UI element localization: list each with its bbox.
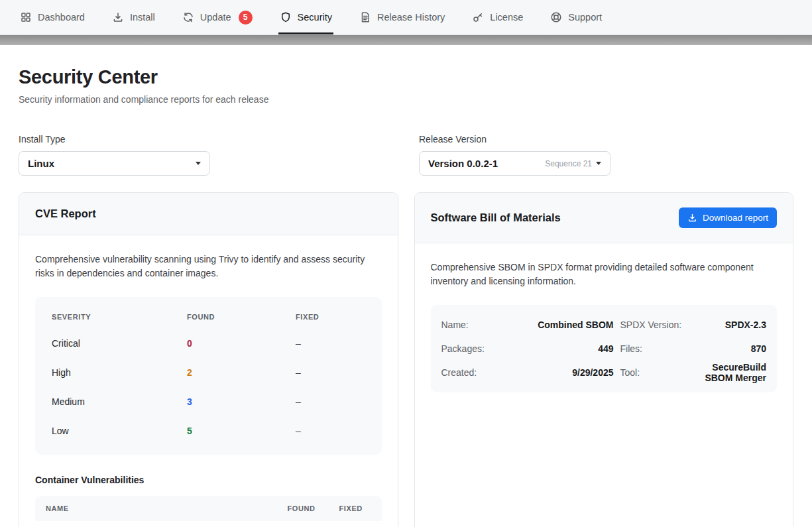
security-center-page: Dashboard Install Update 5 Security Re — [0, 0, 812, 527]
column-header-fixed: FIXED — [339, 504, 371, 512]
cve-report-title: CVE Report — [35, 207, 96, 220]
sbom-header: Software Bill of Materials Download repo… — [415, 193, 793, 243]
filters-row: Install Type Linux Release Version Versi… — [19, 134, 793, 176]
fixed-count: – — [296, 396, 365, 407]
download-icon — [112, 11, 124, 23]
found-count: 0 — [187, 338, 296, 349]
download-report-label: Download report — [703, 213, 768, 223]
download-report-button[interactable]: Download report — [679, 207, 777, 228]
install-type-label: Install Type — [19, 134, 210, 145]
detail-label: SPDX Version: — [620, 313, 691, 337]
detail-value: Combined SBOM — [509, 313, 614, 337]
page-top-shadow-band — [0, 35, 812, 45]
severity-label: Medium — [52, 396, 187, 407]
container-table-header: NAME FOUND FIXED — [35, 496, 382, 521]
nav-item-label: Update — [200, 12, 231, 23]
nav-item-release-history[interactable]: Release History — [359, 0, 445, 34]
nav-item-label: Install — [130, 12, 155, 23]
fixed-count: – — [296, 367, 365, 378]
nav-item-label: Support — [568, 12, 602, 23]
column-header-name: NAME — [46, 504, 288, 512]
found-count: 3 — [187, 396, 296, 407]
severity-table: SEVERITY FOUND FIXED Critical 0 – High 2 — [35, 297, 382, 455]
detail-label: Tool: — [620, 361, 691, 384]
sbom-card: Software Bill of Materials Download repo… — [414, 192, 794, 527]
detail-value: SecureBuild SBOM Merger — [697, 361, 767, 384]
refresh-icon — [182, 11, 194, 23]
nav-item-label: Security — [298, 12, 332, 23]
detail-value: 870 — [697, 337, 767, 361]
detail-label: Created: — [441, 361, 502, 384]
document-icon — [359, 11, 371, 23]
download-icon — [687, 213, 697, 223]
detail-label: Files: — [620, 337, 691, 361]
column-header-fixed: FIXED — [296, 313, 365, 321]
column-header-severity: SEVERITY — [52, 313, 187, 321]
column-header-found: FOUND — [187, 313, 296, 321]
nav-item-label: Dashboard — [38, 12, 85, 23]
chevron-down-icon — [196, 162, 201, 165]
detail-value: SPDX-2.3 — [697, 313, 767, 337]
found-count: 2 — [187, 367, 296, 378]
install-type-value: Linux — [28, 158, 54, 169]
nav-item-support[interactable]: Support — [550, 0, 602, 34]
column-header-found: FOUND — [288, 504, 339, 512]
detail-value: 9/29/2025 — [509, 361, 614, 384]
detail-label: Packages: — [441, 337, 502, 361]
cve-report-header: CVE Report — [19, 193, 398, 235]
release-version-label: Release Version — [419, 134, 610, 145]
page-subtitle: Security information and compliance repo… — [19, 94, 793, 105]
nav-item-dashboard[interactable]: Dashboard — [20, 0, 85, 34]
fixed-count: – — [296, 338, 365, 349]
detail-label: Name: — [441, 313, 502, 337]
sbom-description: Comprehensive SBOM in SPDX format provid… — [431, 261, 778, 288]
cve-report-description: Comprehensive vulnerability scanning usi… — [35, 253, 382, 280]
fixed-count: – — [296, 426, 365, 436]
table-row: Medium 3 – — [35, 387, 382, 416]
found-count: 5 — [187, 426, 296, 436]
nav-item-install[interactable]: Install — [112, 0, 155, 34]
update-count-badge: 5 — [239, 11, 253, 25]
cve-report-card: CVE Report Comprehensive vulnerability s… — [19, 192, 398, 527]
table-row: High 2 – — [35, 358, 382, 387]
page-title: Security Center — [19, 66, 793, 88]
nav-item-update[interactable]: Update 5 — [182, 0, 253, 34]
nav-item-security[interactable]: Security — [280, 0, 332, 34]
nav-item-license[interactable]: License — [472, 0, 523, 34]
release-version-value: Version 0.0.2-1 — [428, 158, 498, 169]
container-vulnerabilities-table: NAME FOUND FIXED — [35, 496, 382, 521]
severity-label: Critical — [52, 338, 187, 349]
severity-label: Low — [52, 426, 187, 436]
nav-item-label: Release History — [377, 12, 445, 23]
release-version-select[interactable]: Version 0.0.2-1 Sequence 21 — [419, 151, 610, 176]
release-sequence-label: Sequence 21 — [545, 159, 592, 168]
dashboard-icon — [20, 11, 32, 23]
chevron-down-icon — [596, 162, 601, 165]
table-row: Low 5 – — [35, 416, 382, 445]
sbom-title: Software Bill of Materials — [431, 211, 561, 224]
table-row: Critical 0 – — [35, 329, 382, 358]
lifebuoy-icon — [550, 11, 562, 23]
nav-item-label: License — [490, 12, 523, 23]
install-type-select[interactable]: Linux — [19, 151, 210, 176]
container-vulnerabilities-title: Container Vulnerabilities — [35, 475, 382, 485]
top-nav: Dashboard Install Update 5 Security Re — [0, 0, 812, 35]
detail-value: 449 — [509, 337, 614, 361]
sbom-details-panel: Name: Combined SBOM SPDX Version: SPDX-2… — [431, 305, 778, 392]
severity-table-header: SEVERITY FOUND FIXED — [35, 305, 382, 329]
shield-icon — [280, 11, 292, 23]
severity-label: High — [52, 367, 187, 378]
key-icon — [472, 11, 484, 23]
